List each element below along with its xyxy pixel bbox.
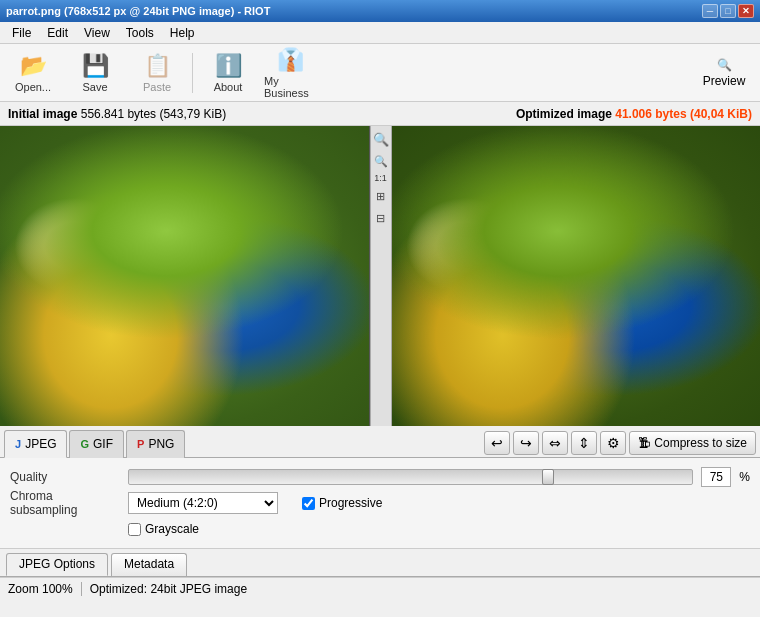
grayscale-checkbox-label[interactable]: Grayscale [128,522,199,536]
window-title: parrot.png (768x512 px @ 24bit PNG image… [6,5,270,17]
title-bar-controls: ─ □ ✕ [702,4,754,18]
compress-label: Compress to size [654,436,747,450]
png-tab-label: PNG [148,437,174,451]
menu-bar: File Edit View Tools Help [0,22,760,44]
original-parrot-image [0,126,369,426]
actual-size-icon[interactable]: ⊟ [372,209,390,227]
png-tab-icon: P [137,438,144,450]
options-panel: Quality % Chroma subsampling Medium (4:2… [0,458,760,549]
menu-help[interactable]: Help [162,24,203,42]
toolbar: 📂 Open... 💾 Save 📋 Paste ℹ️ About 👔 My B… [0,44,760,102]
title-bar: parrot.png (768x512 px @ 24bit PNG image… [0,0,760,22]
metadata-tab-label: Metadata [124,557,174,571]
paste-button[interactable]: 📋 Paste [128,47,186,99]
progressive-checkbox-label[interactable]: Progressive [302,496,382,510]
quality-row: Quality % [10,464,750,490]
settings-button[interactable]: ⚙ [600,431,626,455]
save-label: Save [82,81,107,93]
chroma-select[interactable]: Medium (4:2:0) High (4:4:4) Low (4:1:1) [128,492,278,514]
tab-png[interactable]: P PNG [126,430,185,458]
person-icon: 👔 [277,47,304,73]
menu-edit[interactable]: Edit [39,24,76,42]
grayscale-checkbox[interactable] [128,523,141,536]
paste-label: Paste [143,81,171,93]
status-bar: Zoom 100% Optimized: 24bit JPEG image [0,577,760,599]
menu-view[interactable]: View [76,24,118,42]
optimized-image-panel [392,126,761,426]
quality-value-box [701,467,731,487]
tab-jpeg-options[interactable]: JPEG Options [6,553,108,576]
tool-column: 🔍 🔍 1:1 ⊞ ⊟ [370,126,392,426]
about-button[interactable]: ℹ️ About [199,47,257,99]
minimize-button[interactable]: ─ [702,4,718,18]
original-image-panel [0,126,370,426]
paste-icon: 📋 [144,53,171,79]
grayscale-label: Grayscale [145,522,199,536]
gif-tab-label: GIF [93,437,113,451]
toolbar-separator [192,53,193,93]
jpeg-tab-label: JPEG [25,437,56,451]
open-button[interactable]: 📂 Open... [4,47,62,99]
undo-button[interactable]: ↩ [484,431,510,455]
quality-label: Quality [10,470,120,484]
jpeg-options-tab-label: JPEG Options [19,557,95,571]
preview-label: Preview [703,74,746,88]
about-icon: ℹ️ [215,53,242,79]
flip-h-button[interactable]: ⇔ [542,431,568,455]
status-separator [81,582,82,596]
mybusiness-button[interactable]: 👔 My Business [261,47,319,99]
flip-v-button[interactable]: ⇕ [571,431,597,455]
optimized-status: Optimized: 24bit JPEG image [90,582,247,596]
tab-metadata[interactable]: Metadata [111,553,187,576]
grayscale-row: Grayscale [10,516,750,542]
tab-actions: ↩ ↪ ⇔ ⇕ ⚙ 🗜 Compress to size [484,431,756,455]
zoom-in-icon[interactable]: 🔍 [372,130,390,148]
zoom-ratio-label: 1:1 [374,174,387,183]
optimized-parrot-image [392,126,761,426]
mybusiness-label: My Business [264,75,316,99]
image-area: 🔍 🔍 1:1 ⊞ ⊟ [0,126,760,426]
menu-tools[interactable]: Tools [118,24,162,42]
progressive-checkbox[interactable] [302,497,315,510]
close-button[interactable]: ✕ [738,4,754,18]
menu-file[interactable]: File [4,24,39,42]
open-label: Open... [15,81,51,93]
tab-gif[interactable]: G GIF [69,430,124,458]
progressive-label: Progressive [319,496,382,510]
zoom-out-icon[interactable]: 🔍 [372,152,390,170]
fit-window-icon[interactable]: ⊞ [372,187,390,205]
save-icon: 💾 [82,53,109,79]
redo-button[interactable]: ↪ [513,431,539,455]
initial-image-label: Initial image 556.841 bytes (543,79 KiB) [8,107,226,121]
format-tabs: J JPEG G GIF P PNG ↩ ↪ ⇔ ⇕ ⚙ 🗜 Compress … [0,426,760,458]
quality-value-input[interactable] [702,470,730,484]
quality-slider-container [128,469,693,485]
maximize-button[interactable]: □ [720,4,736,18]
preview-icon: 🔍 [717,58,732,72]
chroma-row: Chroma subsampling Medium (4:2:0) High (… [10,490,750,516]
folder-icon: 📂 [20,53,47,79]
jpeg-tab-icon: J [15,438,21,450]
tab-jpeg[interactable]: J JPEG [4,430,67,458]
gif-tab-icon: G [80,438,89,450]
chroma-label: Chroma subsampling [10,489,120,517]
optimized-image-label: Optimized image 41.006 bytes (40,04 KiB) [516,107,752,121]
preview-button[interactable]: 🔍 Preview [692,47,756,99]
percent-label: % [739,470,750,484]
zoom-status: Zoom 100% [8,582,73,596]
compress-to-size-button[interactable]: 🗜 Compress to size [629,431,756,455]
save-button[interactable]: 💾 Save [66,47,124,99]
bottom-tabs: JPEG Options Metadata [0,549,760,577]
image-info-bar: Initial image 556.841 bytes (543,79 KiB)… [0,102,760,126]
compress-icon: 🗜 [638,436,650,450]
about-label: About [214,81,243,93]
quality-slider[interactable] [128,469,693,485]
